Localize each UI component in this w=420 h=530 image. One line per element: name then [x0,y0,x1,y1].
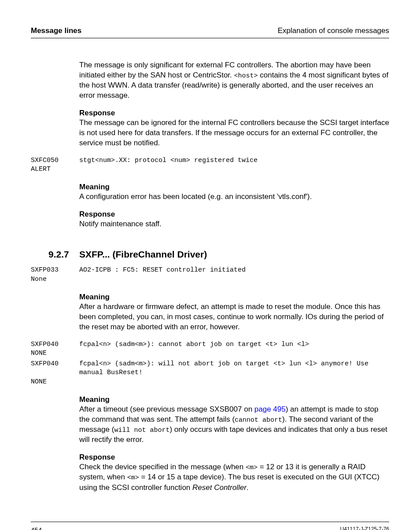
message-sxfp033: SXFP033 None AO2-ICPB : FC5: RESET contr… [31,266,389,284]
message-sxfp040-b: SXFP040 NONE fcpal<n> (sadm<m>): will no… [31,360,389,386]
link-page-495[interactable]: page 495 [254,405,286,413]
section-number: 9.2.7 [48,249,79,260]
inline-code-m: <m> [127,474,139,482]
paragraph-meaning-1: A configuration error has been located (… [79,192,389,202]
message-sxfc050: SXFC050 ALERT stgt<num>.XX: protocol <nu… [31,156,389,174]
inline-code: cannot abort [235,416,282,424]
footer-page-number: 454 [31,526,42,530]
italic-text: Reset Controller [192,483,247,492]
inline-code-m: <m> [246,464,258,471]
message-text: fcpal<n> (sadm<m>): will not abort job o… [79,360,389,378]
page-footer: 454 U41117-J-Z125-7-76 [31,522,389,530]
paragraph-intro: The message is only significant for exte… [79,60,389,101]
message-code: SXFP033 None [31,266,79,284]
message-text: stgt<num>.XX: protocol <num> registered … [79,156,389,165]
label-response: Response [79,109,389,118]
label-meaning: Meaning [79,395,389,404]
message-text: AO2-ICPB : FC5: RESET controller initiat… [79,266,389,275]
message-code: SXFC050 ALERT [31,156,79,174]
header-section-title: Message lines [31,26,81,35]
label-response: Response [79,210,389,219]
message-sxfp040-a: SXFP040 NONE fcpal<n> (sadm<m>): cannot … [31,340,389,358]
inline-code-host: <host> [234,72,258,80]
paragraph-meaning-3: After a timeout (see previous message SX… [79,405,389,445]
message-code: SXFP040 NONE [31,360,79,386]
section-heading: 9.2.7 SXFP... (FibreChannel Driver) [31,249,389,260]
header-chapter-title: Explanation of console messages [278,26,389,35]
label-response: Response [79,453,389,462]
paragraph-response-1: The message can be ignored for the inter… [79,118,389,148]
inline-code: will not abort [114,427,169,434]
label-meaning: Meaning [79,293,389,302]
message-code: SXFP040 NONE [31,340,79,358]
page-header: Message lines Explanation of console mes… [31,26,389,38]
paragraph-response-3: Check the device specified in the messag… [79,462,389,493]
section-title: SXFP... (FibreChannel Driver) [79,249,207,260]
footer-doc-id: U41117-J-Z125-7-76 [340,526,389,530]
label-meaning: Meaning [79,183,389,191]
message-text: fcpal<n> (sadm<m>): cannot abort job on … [79,340,389,349]
paragraph-meaning-2: After a hardware or firmware defect, an … [79,302,389,332]
paragraph-response-2: Notify maintenance staff. [79,219,389,229]
